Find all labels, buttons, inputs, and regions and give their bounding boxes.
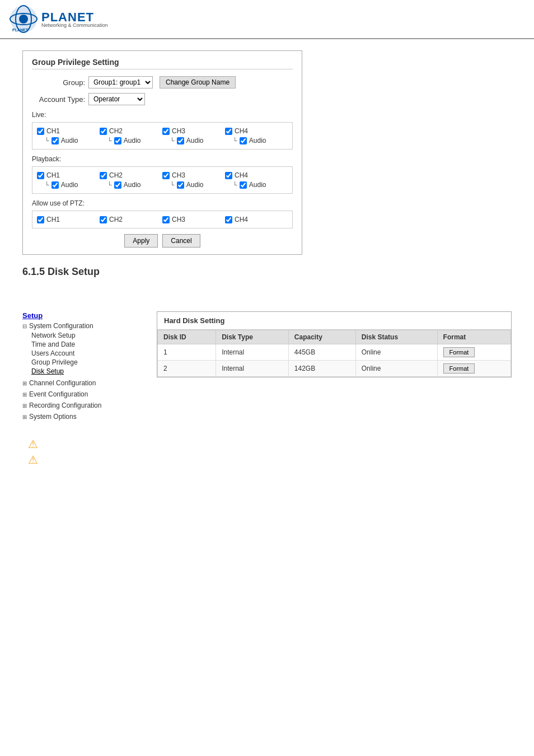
col-disk-type: Disk Type xyxy=(216,330,289,344)
ptz-ch3-row: CH3 xyxy=(162,216,225,223)
format-button-2[interactable]: Format xyxy=(443,363,475,374)
pb-ch3-audio-label: Audio xyxy=(186,181,204,189)
pb-ch1-checkbox[interactable] xyxy=(37,172,44,179)
live-ch4-audio-checkbox[interactable] xyxy=(240,137,247,144)
pb-ch3: CH3 └ Audio xyxy=(162,171,225,189)
pb-ch1-audio-label: Audio xyxy=(61,181,78,189)
sidebar-item-time-date[interactable]: Time and Date xyxy=(31,340,151,349)
ptz-ch1: CH1 xyxy=(37,216,100,223)
ptz-ch4-row: CH4 xyxy=(225,216,288,223)
pb-ch1-audio-checkbox[interactable] xyxy=(51,181,59,189)
disk-table-row: 2 Internal 142GB Online Format xyxy=(158,361,511,377)
disk-table: Disk ID Disk Type Capacity Disk Status F… xyxy=(157,330,511,377)
apply-button[interactable]: Apply xyxy=(124,234,158,248)
col-disk-id: Disk ID xyxy=(158,330,216,344)
live-ch2-audio-checkbox[interactable] xyxy=(114,137,121,144)
sidebar-recording-config-toggle[interactable]: Recording Configuration xyxy=(22,402,151,409)
pb-ch2-audio-label: Audio xyxy=(124,181,141,189)
pb-ch4-label: CH4 xyxy=(235,171,248,179)
group-select[interactable]: Group1: group1 Group2: group2 xyxy=(88,76,153,88)
privilege-setting-box: Group Privilege Setting Group: Group1: g… xyxy=(22,50,302,255)
pb-ch2-row: CH2 xyxy=(100,171,162,179)
sidebar-system-options-toggle[interactable]: System Options xyxy=(22,413,151,421)
account-type-row: Account Type: Operator Administrator Vie… xyxy=(32,93,293,105)
pb-ch2-checkbox[interactable] xyxy=(100,172,107,179)
pb-ch3-audio-checkbox[interactable] xyxy=(177,181,184,189)
format-button-1[interactable]: Format xyxy=(443,347,475,357)
sidebar-group-channel: Channel Configuration xyxy=(22,379,151,387)
live-label: Live: xyxy=(32,111,293,119)
live-ch2: CH2 └ Audio xyxy=(100,127,162,144)
ptz-ch4: CH4 xyxy=(225,216,288,223)
sub-icon-3: └ xyxy=(170,137,175,144)
live-ch1-audio-checkbox[interactable] xyxy=(51,137,59,144)
ptz-ch1-checkbox[interactable] xyxy=(37,216,44,223)
disk-status-cell: Online xyxy=(355,361,437,377)
ptz-ch2-label: CH2 xyxy=(109,216,123,223)
channel-config-expand-icon xyxy=(22,380,27,386)
pb-ch4-audio-checkbox[interactable] xyxy=(240,181,247,189)
live-ch3-audio-checkbox[interactable] xyxy=(177,137,184,144)
pb-ch3-audio-row: └ Audio xyxy=(162,181,225,189)
disk-status-cell: Online xyxy=(355,344,437,361)
live-ch3-row: CH3 xyxy=(162,127,225,135)
disk-id-cell: 1 xyxy=(158,344,216,361)
live-ch2-row: CH2 xyxy=(100,127,162,135)
pb-ch2-audio-checkbox[interactable] xyxy=(114,181,121,189)
pb-ch1-label: CH1 xyxy=(46,171,60,179)
pb-ch4-audio-row: └ Audio xyxy=(225,181,288,189)
ptz-ch3-checkbox[interactable] xyxy=(162,216,170,223)
pb-ch4-audio-label: Audio xyxy=(249,181,266,189)
ptz-ch2-checkbox[interactable] xyxy=(100,216,107,223)
live-ch4-label: CH4 xyxy=(235,127,248,135)
pb-ch3-checkbox[interactable] xyxy=(162,172,170,179)
live-channel-grid: CH1 └ Audio CH2 └ Audio xyxy=(32,122,293,150)
cancel-button[interactable]: Cancel xyxy=(162,234,200,248)
disk-panel-title: Hard Disk Setting xyxy=(157,312,511,330)
sidebar-item-group-privilege[interactable]: Group Privilege xyxy=(31,358,151,367)
live-ch3: CH3 └ Audio xyxy=(162,127,225,144)
pb-sub-icon-3: └ xyxy=(170,181,175,188)
pb-ch4-checkbox[interactable] xyxy=(225,172,232,179)
pb-ch2-label: CH2 xyxy=(109,171,123,179)
ptz-label: Allow use of PTZ: xyxy=(32,199,293,207)
sidebar-group-event: Event Configuration xyxy=(22,390,151,398)
sidebar-item-users-account[interactable]: Users Account xyxy=(31,349,151,358)
sidebar-system-config-toggle[interactable]: System Configuration xyxy=(22,322,151,330)
logo-area: PLANET PLANET Networking & Communication xyxy=(9,4,108,34)
disk-format-cell: Format xyxy=(437,344,510,361)
disk-table-row: 1 Internal 445GB Online Format xyxy=(158,344,511,361)
live-ch1-checkbox[interactable] xyxy=(37,128,44,135)
svg-text:PLANET: PLANET xyxy=(12,28,29,32)
pb-ch3-row: CH3 xyxy=(162,171,225,179)
live-ch3-checkbox[interactable] xyxy=(162,128,170,135)
playback-label: Playback: xyxy=(32,155,293,163)
privilege-title: Group Privilege Setting xyxy=(32,58,293,69)
sidebar-group-system: System Configuration Network Setup Time … xyxy=(22,322,151,376)
live-ch4-checkbox[interactable] xyxy=(225,128,232,135)
sidebar-item-network-setup[interactable]: Network Setup xyxy=(31,331,151,340)
sidebar-channel-config-toggle[interactable]: Channel Configuration xyxy=(22,379,151,387)
sidebar-event-config-toggle[interactable]: Event Configuration xyxy=(22,390,151,398)
ptz-ch2-row: CH2 xyxy=(100,216,162,223)
col-disk-status: Disk Status xyxy=(355,330,437,344)
pb-ch1-audio-row: └ Audio xyxy=(37,181,100,189)
sidebar-setup-link[interactable]: Setup xyxy=(22,311,151,320)
live-ch2-audio-row: └ Audio xyxy=(100,137,162,144)
event-config-expand-icon xyxy=(22,391,27,398)
live-ch4: CH4 └ Audio xyxy=(225,127,288,144)
action-buttons: Apply Cancel xyxy=(32,234,293,248)
main-content: Group Privilege Setting Group: Group1: g… xyxy=(0,39,534,478)
live-ch2-checkbox[interactable] xyxy=(100,128,107,135)
disk-id-cell: 2 xyxy=(158,361,216,377)
account-type-select[interactable]: Operator Administrator Viewer xyxy=(88,93,145,105)
ptz-ch4-checkbox[interactable] xyxy=(225,216,232,223)
ptz-channel-grid: CH1 CH2 CH3 CH4 xyxy=(32,211,293,228)
sidebar-item-disk-setup[interactable]: Disk Setup xyxy=(31,367,151,376)
pb-ch1-row: CH1 xyxy=(37,171,100,179)
sidebar-group-options: System Options xyxy=(22,413,151,421)
pb-sub-icon-4: └ xyxy=(233,181,237,188)
change-group-button[interactable]: Change Group Name xyxy=(160,76,236,88)
sidebar-system-sub-items: Network Setup Time and Date Users Accoun… xyxy=(22,331,151,376)
live-ch3-label: CH3 xyxy=(172,127,185,135)
